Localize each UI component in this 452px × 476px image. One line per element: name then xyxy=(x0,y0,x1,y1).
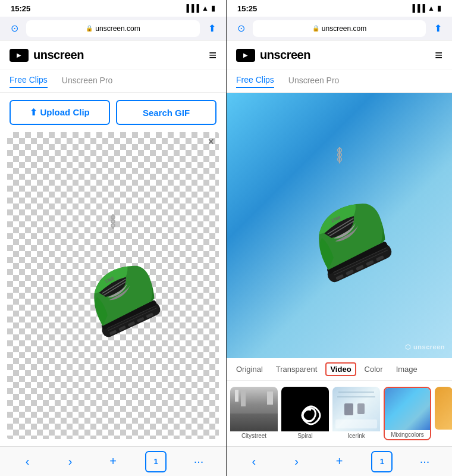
bg-selector: Citystreet Spiral Icerink xyxy=(227,381,452,446)
bg-label-mixing: Mixingcolors xyxy=(385,430,430,439)
output-tab-image[interactable]: Image xyxy=(391,362,422,376)
battery-icon: ▮ xyxy=(211,4,215,12)
output-tab-transparent[interactable]: Transparent xyxy=(271,362,322,376)
tab-free-clips-left[interactable]: Free Clips xyxy=(10,75,48,88)
bg-thumb-next[interactable] xyxy=(435,387,452,440)
nav-add-left[interactable]: + xyxy=(102,451,124,472)
tab-pro-right[interactable]: Unscreen Pro xyxy=(288,76,340,87)
nav-forward-right[interactable]: › xyxy=(286,451,307,472)
bg-thumb-spiral[interactable]: Spiral xyxy=(281,387,329,440)
logo-icon-left xyxy=(10,49,29,62)
status-time-left: 15:25 xyxy=(11,4,30,13)
browser-bar-left: ⊙ 🔒 unscreen.com ⬆ xyxy=(0,17,226,40)
tab-pro-left[interactable]: Unscreen Pro xyxy=(62,76,113,87)
url-text-left: unscreen.com xyxy=(95,24,140,33)
browser-back-right[interactable]: ⊙ xyxy=(233,20,249,37)
lock-icon-right: 🔒 xyxy=(312,25,319,32)
upload-clip-btn[interactable]: ⬆ Upload Clip xyxy=(10,100,110,125)
search-gif-btn[interactable]: Search GIF xyxy=(116,100,216,125)
watermark-right: ⬡ unscreen xyxy=(405,343,445,351)
bg-thumb-citystreet[interactable]: Citystreet xyxy=(230,387,278,440)
hamburger-right[interactable]: ≡ xyxy=(435,48,442,63)
logo-area-right: unscreen xyxy=(236,48,310,62)
status-bar-left: 15:25 ▐▐▐ ▲ ▮ xyxy=(0,0,226,17)
buttons-row-left: ⬆ Upload Clip Search GIF xyxy=(0,93,226,132)
nav-more-left[interactable]: ··· xyxy=(188,451,209,472)
nav-tabs-right[interactable]: 1 xyxy=(371,451,393,472)
bg-label-icerink: Icerink xyxy=(332,431,380,440)
output-tabs-right: Original Transparent Video Color Image xyxy=(227,358,452,381)
status-bar-right: 15:25 ▐▐▐ ▲ ▮ xyxy=(227,0,452,17)
hamburger-left[interactable]: ≡ xyxy=(209,48,216,63)
logo-text-left: unscreen xyxy=(33,48,84,62)
left-phone-panel: 15:25 ▐▐▐ ▲ ▮ ⊙ 🔒 unscreen.com ⬆ unscree… xyxy=(0,0,226,476)
browser-back-left[interactable]: ⊙ xyxy=(6,20,23,37)
share-btn-left[interactable]: ⬆ xyxy=(203,20,220,37)
output-tab-original[interactable]: Original xyxy=(231,362,268,376)
tabs-row-right: Free Clips Unscreen Pro xyxy=(227,70,452,93)
tab-free-clips-right[interactable]: Free Clips xyxy=(236,75,274,88)
url-bar-left[interactable]: 🔒 unscreen.com xyxy=(26,20,200,37)
app-header-right: unscreen ≡ xyxy=(227,40,452,70)
nav-forward-left[interactable]: › xyxy=(59,451,81,472)
bottom-nav-right: ‹ › + 1 ··· xyxy=(227,446,452,476)
tabs-row-left: Free Clips Unscreen Pro xyxy=(0,70,226,93)
shoe-image-left: 1388 xyxy=(54,214,172,357)
status-icons-left: ▐▐▐ ▲ ▮ xyxy=(184,4,215,12)
preview-background: 1388 xyxy=(227,93,452,358)
right-phone-panel: 15:25 ▐▐▐ ▲ ▮ ⊙ 🔒 unscreen.com ⬆ unscree… xyxy=(226,0,452,476)
canvas-area-left: × xyxy=(7,132,219,439)
bg-label-spiral: Spiral xyxy=(281,431,329,440)
status-icons-right: ▐▐▐ ▲ ▮ xyxy=(410,4,441,12)
bg-label-citystreet: Citystreet xyxy=(230,431,278,440)
nav-add-right[interactable]: + xyxy=(328,451,350,472)
lock-icon-left: 🔒 xyxy=(86,25,93,32)
share-btn-right[interactable]: ⬆ xyxy=(429,20,446,37)
logo-icon-right xyxy=(236,49,255,62)
signal-icon: ▐▐▐ xyxy=(184,4,200,12)
url-bar-right[interactable]: 🔒 unscreen.com xyxy=(253,20,426,37)
status-time-right: 15:25 xyxy=(237,4,257,13)
signal-icon-right: ▐▐▐ xyxy=(410,4,426,12)
shoe-image-right: 1388 xyxy=(274,145,405,306)
wifi-icon: ▲ xyxy=(202,4,209,12)
app-header-left: unscreen ≡ xyxy=(0,40,226,70)
main-preview-right: 1388 ⬡ unscreen xyxy=(227,93,452,358)
logo-area-left: unscreen xyxy=(10,48,84,62)
url-text-right: unscreen.com xyxy=(322,24,366,33)
bottom-nav-left: ‹ › + 1 ··· xyxy=(0,446,226,476)
logo-text-right: unscreen xyxy=(260,48,310,62)
battery-icon-right: ▮ xyxy=(437,4,441,12)
bg-thumb-mixing[interactable]: Mixingcolors xyxy=(384,387,431,440)
nav-tabs-left[interactable]: 1 xyxy=(145,451,167,472)
output-tab-color[interactable]: Color xyxy=(360,362,388,376)
bg-thumb-icerink[interactable]: Icerink xyxy=(332,387,380,440)
browser-bar-right: ⊙ 🔒 unscreen.com ⬆ xyxy=(227,17,452,40)
nav-back-right[interactable]: ‹ xyxy=(243,451,265,472)
wifi-icon-right: ▲ xyxy=(428,4,435,12)
close-btn-left[interactable]: × xyxy=(208,136,214,148)
output-tab-video[interactable]: Video xyxy=(325,362,356,376)
nav-more-right[interactable]: ··· xyxy=(414,451,435,472)
nav-back-left[interactable]: ‹ xyxy=(17,451,38,472)
